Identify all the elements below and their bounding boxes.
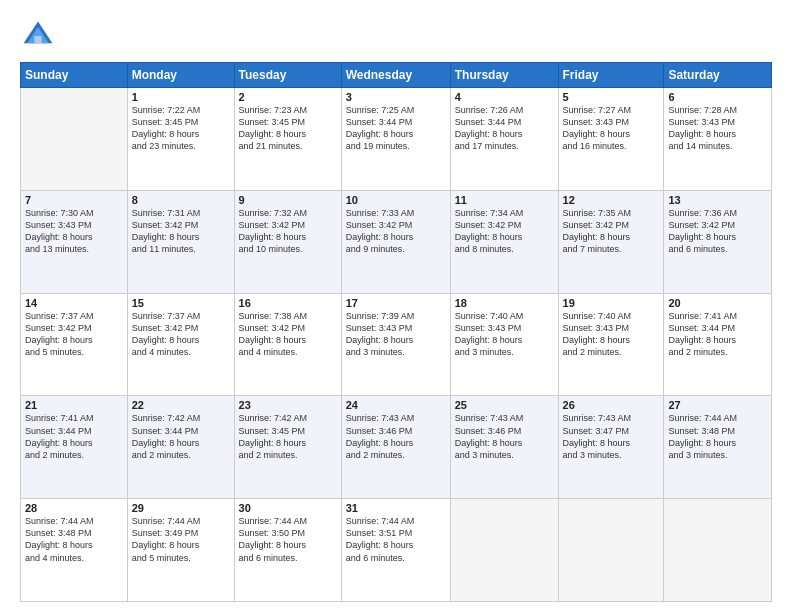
day-number: 14 bbox=[25, 297, 123, 309]
table-row: 7Sunrise: 7:30 AM Sunset: 3:43 PM Daylig… bbox=[21, 190, 128, 293]
day-info: Sunrise: 7:44 AM Sunset: 3:50 PM Dayligh… bbox=[239, 515, 337, 564]
table-row: 17Sunrise: 7:39 AM Sunset: 3:43 PM Dayli… bbox=[341, 293, 450, 396]
table-row: 15Sunrise: 7:37 AM Sunset: 3:42 PM Dayli… bbox=[127, 293, 234, 396]
day-info: Sunrise: 7:44 AM Sunset: 3:48 PM Dayligh… bbox=[668, 412, 767, 461]
table-row: 26Sunrise: 7:43 AM Sunset: 3:47 PM Dayli… bbox=[558, 396, 664, 499]
table-row: 23Sunrise: 7:42 AM Sunset: 3:45 PM Dayli… bbox=[234, 396, 341, 499]
day-number: 5 bbox=[563, 91, 660, 103]
col-friday: Friday bbox=[558, 63, 664, 88]
day-info: Sunrise: 7:37 AM Sunset: 3:42 PM Dayligh… bbox=[132, 310, 230, 359]
col-sunday: Sunday bbox=[21, 63, 128, 88]
day-info: Sunrise: 7:40 AM Sunset: 3:43 PM Dayligh… bbox=[563, 310, 660, 359]
day-number: 31 bbox=[346, 502, 446, 514]
calendar-week-row: 7Sunrise: 7:30 AM Sunset: 3:43 PM Daylig… bbox=[21, 190, 772, 293]
table-row: 11Sunrise: 7:34 AM Sunset: 3:42 PM Dayli… bbox=[450, 190, 558, 293]
table-row: 29Sunrise: 7:44 AM Sunset: 3:49 PM Dayli… bbox=[127, 499, 234, 602]
day-number: 29 bbox=[132, 502, 230, 514]
day-info: Sunrise: 7:42 AM Sunset: 3:45 PM Dayligh… bbox=[239, 412, 337, 461]
day-info: Sunrise: 7:38 AM Sunset: 3:42 PM Dayligh… bbox=[239, 310, 337, 359]
day-number: 19 bbox=[563, 297, 660, 309]
day-number: 28 bbox=[25, 502, 123, 514]
logo bbox=[20, 18, 60, 54]
table-row: 13Sunrise: 7:36 AM Sunset: 3:42 PM Dayli… bbox=[664, 190, 772, 293]
day-info: Sunrise: 7:25 AM Sunset: 3:44 PM Dayligh… bbox=[346, 104, 446, 153]
page: Sunday Monday Tuesday Wednesday Thursday… bbox=[0, 0, 792, 612]
table-row: 20Sunrise: 7:41 AM Sunset: 3:44 PM Dayli… bbox=[664, 293, 772, 396]
day-number: 11 bbox=[455, 194, 554, 206]
table-row: 1Sunrise: 7:22 AM Sunset: 3:45 PM Daylig… bbox=[127, 88, 234, 191]
table-row bbox=[558, 499, 664, 602]
table-row: 25Sunrise: 7:43 AM Sunset: 3:46 PM Dayli… bbox=[450, 396, 558, 499]
day-info: Sunrise: 7:27 AM Sunset: 3:43 PM Dayligh… bbox=[563, 104, 660, 153]
day-number: 20 bbox=[668, 297, 767, 309]
day-info: Sunrise: 7:36 AM Sunset: 3:42 PM Dayligh… bbox=[668, 207, 767, 256]
table-row: 16Sunrise: 7:38 AM Sunset: 3:42 PM Dayli… bbox=[234, 293, 341, 396]
calendar-header-row: Sunday Monday Tuesday Wednesday Thursday… bbox=[21, 63, 772, 88]
day-number: 3 bbox=[346, 91, 446, 103]
table-row: 18Sunrise: 7:40 AM Sunset: 3:43 PM Dayli… bbox=[450, 293, 558, 396]
day-number: 22 bbox=[132, 399, 230, 411]
day-info: Sunrise: 7:39 AM Sunset: 3:43 PM Dayligh… bbox=[346, 310, 446, 359]
day-info: Sunrise: 7:41 AM Sunset: 3:44 PM Dayligh… bbox=[668, 310, 767, 359]
col-saturday: Saturday bbox=[664, 63, 772, 88]
calendar-week-row: 14Sunrise: 7:37 AM Sunset: 3:42 PM Dayli… bbox=[21, 293, 772, 396]
table-row bbox=[664, 499, 772, 602]
day-number: 6 bbox=[668, 91, 767, 103]
day-info: Sunrise: 7:31 AM Sunset: 3:42 PM Dayligh… bbox=[132, 207, 230, 256]
day-number: 30 bbox=[239, 502, 337, 514]
calendar-table: Sunday Monday Tuesday Wednesday Thursday… bbox=[20, 62, 772, 602]
table-row: 4Sunrise: 7:26 AM Sunset: 3:44 PM Daylig… bbox=[450, 88, 558, 191]
table-row bbox=[21, 88, 128, 191]
table-row: 8Sunrise: 7:31 AM Sunset: 3:42 PM Daylig… bbox=[127, 190, 234, 293]
table-row: 14Sunrise: 7:37 AM Sunset: 3:42 PM Dayli… bbox=[21, 293, 128, 396]
day-info: Sunrise: 7:32 AM Sunset: 3:42 PM Dayligh… bbox=[239, 207, 337, 256]
table-row: 24Sunrise: 7:43 AM Sunset: 3:46 PM Dayli… bbox=[341, 396, 450, 499]
col-tuesday: Tuesday bbox=[234, 63, 341, 88]
table-row: 22Sunrise: 7:42 AM Sunset: 3:44 PM Dayli… bbox=[127, 396, 234, 499]
calendar-week-row: 21Sunrise: 7:41 AM Sunset: 3:44 PM Dayli… bbox=[21, 396, 772, 499]
table-row: 5Sunrise: 7:27 AM Sunset: 3:43 PM Daylig… bbox=[558, 88, 664, 191]
day-number: 24 bbox=[346, 399, 446, 411]
day-number: 23 bbox=[239, 399, 337, 411]
day-number: 18 bbox=[455, 297, 554, 309]
day-info: Sunrise: 7:34 AM Sunset: 3:42 PM Dayligh… bbox=[455, 207, 554, 256]
day-number: 13 bbox=[668, 194, 767, 206]
table-row: 9Sunrise: 7:32 AM Sunset: 3:42 PM Daylig… bbox=[234, 190, 341, 293]
col-monday: Monday bbox=[127, 63, 234, 88]
table-row: 21Sunrise: 7:41 AM Sunset: 3:44 PM Dayli… bbox=[21, 396, 128, 499]
day-number: 26 bbox=[563, 399, 660, 411]
col-wednesday: Wednesday bbox=[341, 63, 450, 88]
day-number: 25 bbox=[455, 399, 554, 411]
table-row: 28Sunrise: 7:44 AM Sunset: 3:48 PM Dayli… bbox=[21, 499, 128, 602]
day-info: Sunrise: 7:42 AM Sunset: 3:44 PM Dayligh… bbox=[132, 412, 230, 461]
table-row: 31Sunrise: 7:44 AM Sunset: 3:51 PM Dayli… bbox=[341, 499, 450, 602]
day-info: Sunrise: 7:43 AM Sunset: 3:47 PM Dayligh… bbox=[563, 412, 660, 461]
day-info: Sunrise: 7:37 AM Sunset: 3:42 PM Dayligh… bbox=[25, 310, 123, 359]
day-info: Sunrise: 7:30 AM Sunset: 3:43 PM Dayligh… bbox=[25, 207, 123, 256]
day-number: 27 bbox=[668, 399, 767, 411]
table-row: 3Sunrise: 7:25 AM Sunset: 3:44 PM Daylig… bbox=[341, 88, 450, 191]
day-info: Sunrise: 7:22 AM Sunset: 3:45 PM Dayligh… bbox=[132, 104, 230, 153]
day-number: 9 bbox=[239, 194, 337, 206]
day-info: Sunrise: 7:44 AM Sunset: 3:49 PM Dayligh… bbox=[132, 515, 230, 564]
day-number: 12 bbox=[563, 194, 660, 206]
day-number: 4 bbox=[455, 91, 554, 103]
day-number: 16 bbox=[239, 297, 337, 309]
day-number: 8 bbox=[132, 194, 230, 206]
day-number: 1 bbox=[132, 91, 230, 103]
day-info: Sunrise: 7:43 AM Sunset: 3:46 PM Dayligh… bbox=[455, 412, 554, 461]
table-row: 2Sunrise: 7:23 AM Sunset: 3:45 PM Daylig… bbox=[234, 88, 341, 191]
day-info: Sunrise: 7:26 AM Sunset: 3:44 PM Dayligh… bbox=[455, 104, 554, 153]
header bbox=[20, 18, 772, 54]
day-info: Sunrise: 7:44 AM Sunset: 3:51 PM Dayligh… bbox=[346, 515, 446, 564]
table-row: 12Sunrise: 7:35 AM Sunset: 3:42 PM Dayli… bbox=[558, 190, 664, 293]
day-number: 17 bbox=[346, 297, 446, 309]
svg-rect-2 bbox=[34, 36, 41, 43]
table-row: 27Sunrise: 7:44 AM Sunset: 3:48 PM Dayli… bbox=[664, 396, 772, 499]
day-info: Sunrise: 7:44 AM Sunset: 3:48 PM Dayligh… bbox=[25, 515, 123, 564]
day-info: Sunrise: 7:33 AM Sunset: 3:42 PM Dayligh… bbox=[346, 207, 446, 256]
table-row: 10Sunrise: 7:33 AM Sunset: 3:42 PM Dayli… bbox=[341, 190, 450, 293]
day-info: Sunrise: 7:40 AM Sunset: 3:43 PM Dayligh… bbox=[455, 310, 554, 359]
day-info: Sunrise: 7:35 AM Sunset: 3:42 PM Dayligh… bbox=[563, 207, 660, 256]
day-number: 2 bbox=[239, 91, 337, 103]
